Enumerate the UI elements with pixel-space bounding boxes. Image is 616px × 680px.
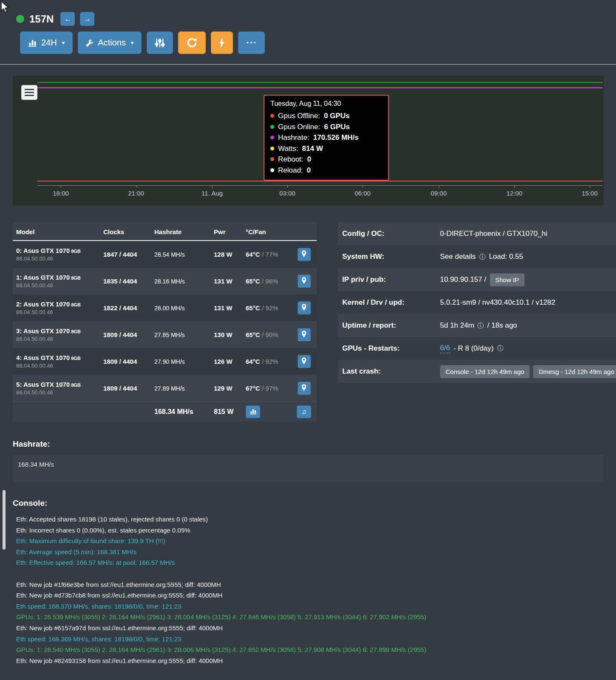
info-icon[interactable]: ⓘ: [479, 253, 485, 261]
time-range-label: 24H: [41, 38, 57, 48]
tooltip-label: Gpus Offline:: [278, 110, 320, 122]
info-row-ip: IP priv / pub: 10.90.90.157 / Show IP: [338, 268, 616, 291]
gpu-map-pin-button[interactable]: [298, 301, 311, 314]
gpu-map-pin-button[interactable]: [298, 355, 311, 368]
tooltip-value: 170.526 MH/s: [313, 132, 359, 143]
metrics-chart[interactable]: 18:00 21:00 11. Aug 03:00 06:00 09:00 12…: [13, 76, 604, 205]
x-tick-label: 12:00: [506, 190, 522, 197]
gpu-temp: 67°C: [246, 385, 260, 392]
tooltip-row: Gpus Offline: 0 GPUs: [270, 110, 382, 122]
log-line: Eth: Effective speed: 166.57 MH/s; at po…: [16, 557, 604, 568]
gpu-map-pin-button[interactable]: [298, 248, 311, 261]
gpu-fan: / 92%: [262, 304, 278, 312]
console-log[interactable]: Eth: Accepted shares 18198 (10 stales), …: [13, 514, 604, 666]
info-label: Last crash:: [342, 367, 440, 376]
reboot-button[interactable]: [178, 31, 206, 54]
next-rig-button[interactable]: →: [80, 12, 94, 26]
gpu-map-pin-button[interactable]: [298, 328, 311, 341]
log-line: Eth: Maximum difficulty of found share: …: [16, 536, 604, 547]
hashrate-value-box: 168.34 MH/s: [13, 455, 604, 482]
see-details-link[interactable]: See details: [440, 252, 476, 261]
hashrate-series-line: [37, 87, 603, 88]
col-temp-fan: °C/Fan: [242, 228, 291, 235]
more-options-button[interactable]: ···: [238, 31, 265, 54]
uptime-value: 5d 1h 24m: [440, 321, 474, 330]
gpu-temp: 64°C: [246, 251, 260, 258]
gpu-power: 129 W: [210, 385, 242, 392]
tooltip-label: Watts:: [278, 143, 298, 154]
gpus-online-series-line: [37, 82, 603, 83]
ip-private-value: 10.90.90.157 /: [440, 275, 486, 284]
load-value: Load: 0.55: [489, 252, 523, 261]
tooltip-title: Tuesday, Aug 11, 04:30: [270, 100, 382, 108]
gpu-map-pin-button[interactable]: [298, 275, 311, 288]
gpu-table-header: Model Clocks Hashrate Pwr °C/Fan: [13, 222, 317, 241]
gpu-power: 128 W: [210, 251, 242, 258]
gpu-power: 131 W: [210, 278, 242, 285]
power-button[interactable]: [211, 31, 233, 54]
location-pin-icon: [301, 331, 307, 339]
series-dot: [270, 168, 274, 172]
hashrate-heading: Hashrate:: [13, 439, 604, 449]
log-line: Eth: New job #6157a97d from ssl://eu1.et…: [16, 623, 604, 634]
info-icon[interactable]: ⓘ: [477, 322, 484, 330]
online-status-dot: [16, 15, 24, 23]
gpu-map-pin-button[interactable]: [298, 382, 311, 395]
refresh-icon: [186, 37, 198, 48]
gpu-fan: / 77%: [262, 251, 278, 258]
tooltip-label: Reboot:: [278, 154, 304, 165]
ellipsis-icon: ···: [246, 37, 257, 48]
show-ip-button[interactable]: Show IP: [490, 273, 525, 286]
info-label: IP priv / pub:: [342, 275, 440, 284]
log-line: Eth: Incorrect shares 0 (0.00%), est. st…: [16, 525, 604, 536]
table-row: 3: Asus GTX 10708GB86.04.50.00.46 1809 /…: [13, 321, 317, 348]
gpu-bios: 86.04.50.00.46: [16, 363, 100, 369]
info-icon[interactable]: ⓘ: [497, 344, 503, 352]
prev-rig-button[interactable]: ←: [60, 12, 75, 26]
gpu-hashrate: 28.54 MH/s: [151, 251, 210, 258]
x-tick-label: 09:00: [431, 190, 447, 197]
console-section: Console: Eth: Accepted shares 18198 (10 …: [13, 499, 604, 666]
actions-button[interactable]: Actions ▾: [78, 31, 142, 54]
axis-tick: [590, 186, 590, 188]
crash-console-button[interactable]: Console - 12d 12h 49m ago: [440, 365, 530, 378]
gpus-online-link[interactable]: 6/6: [440, 344, 450, 353]
tooltip-row: Watts: 814 W: [270, 143, 382, 154]
bar-chart-icon: [250, 408, 257, 416]
axis-tick: [287, 186, 288, 188]
rig-name: 157N: [29, 13, 54, 25]
info-label: System HW:: [342, 252, 440, 261]
gpu-bios: 86.04.50.00.46: [16, 282, 100, 289]
col-power: Pwr: [210, 228, 242, 235]
gpu-model: 4: Asus GTX 1070: [16, 354, 70, 361]
rig-dashboard-page: 157N ← → 24H ▾ Actions ▾: [0, 0, 616, 680]
time-range-button[interactable]: 24H ▾: [20, 31, 73, 54]
gpu-hashrate: 27.90 MH/s: [151, 358, 210, 365]
tuning-button[interactable]: [147, 31, 173, 54]
gpu-bios: 86.04.50.00.46: [16, 255, 100, 262]
gpu-charts-button[interactable]: [246, 405, 260, 418]
rig-info-panel: Config / OC: 0-DIRECT-phoenix / GTX1070_…: [338, 222, 616, 383]
gpu-clocks: 1809 / 4404: [100, 331, 151, 338]
arrow-right-icon: →: [84, 15, 91, 23]
col-model: Model: [13, 228, 100, 235]
x-tick-label: 18:00: [53, 190, 69, 197]
log-line: GPUs: 1: 28.539 MH/s (3055) 2: 28.164 MH…: [16, 612, 604, 623]
gpu-clocks: 1847 / 4404: [100, 251, 151, 258]
sliders-icon: [155, 38, 165, 48]
console-heading: Console:: [13, 499, 604, 508]
chart-menu-button[interactable]: [21, 85, 37, 100]
chart-tooltip: Tuesday, Aug 11, 04:30 Gpus Offline: 0 G…: [264, 95, 389, 181]
gpu-bios: 86.04.50.00.46: [16, 309, 100, 315]
log-line: Eth: New job #d73b7cb8 from ssl://eu1.et…: [16, 590, 604, 601]
tooltip-value: 814 W: [302, 143, 323, 154]
info-row-kernel: Kernel / Drv / upd: 5.0.21-sm9 / nv430.4…: [338, 291, 616, 314]
gpu-temp: 64°C: [246, 358, 260, 365]
location-pin-icon: [301, 384, 307, 392]
left-scrollbar[interactable]: [3, 490, 6, 550]
gpu-model: 2: Asus GTX 1070: [16, 300, 70, 308]
axis-tick: [363, 186, 363, 188]
lightning-bolt-icon: [219, 37, 225, 48]
crash-dmesg-button[interactable]: Dmesg - 12d 12h 49m ago: [533, 365, 616, 378]
gpu-audio-button[interactable]: ♫: [297, 405, 311, 418]
